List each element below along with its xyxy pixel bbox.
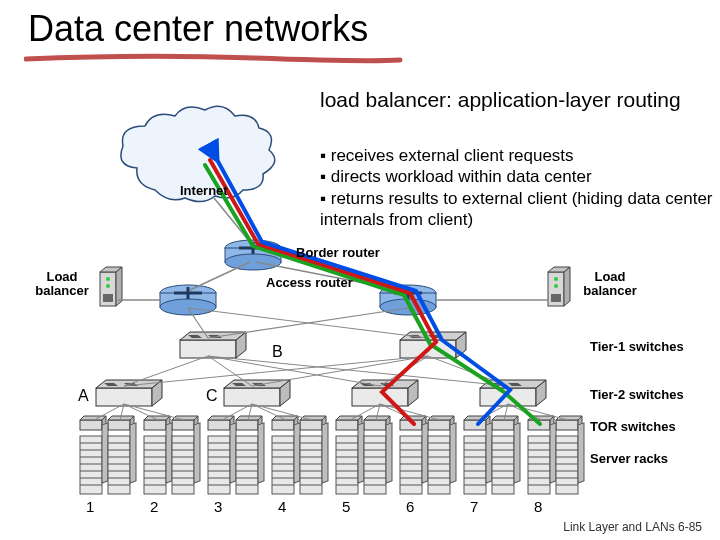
tier1-switch-left [180,332,246,358]
rack-number: 6 [406,498,414,515]
rack-number: 8 [534,498,542,515]
internet-label: Internet [180,184,228,198]
rack-number: 5 [342,498,350,515]
tor-label: TOR switches [590,420,676,434]
label-B: B [272,344,283,361]
rack-number: 3 [214,498,222,515]
svg-line-29 [190,262,250,290]
lb-right-label: Load balancer [580,270,640,297]
rack-row [80,416,584,494]
border-router-label: Border router [296,246,380,260]
racks-label: Server racks [590,452,668,466]
svg-line-38 [208,356,252,386]
label-C: C [206,388,218,405]
access-router-label: Access router [266,276,353,290]
tier2-label: Tier-2 switches [590,388,684,402]
label-A: A [78,388,89,405]
rack-number: 4 [278,498,286,515]
rack-number: 7 [470,498,478,515]
load-balancer-right-icon [548,267,570,306]
lb-left-label: Load balancer [32,270,92,297]
tier2-switch [224,380,290,406]
footer: Link Layer and LANs 6-85 [563,520,702,534]
rack-number: 2 [150,498,158,515]
rack-number: 1 [86,498,94,515]
tier1-label: Tier-1 switches [590,340,684,354]
svg-line-35 [208,308,408,338]
